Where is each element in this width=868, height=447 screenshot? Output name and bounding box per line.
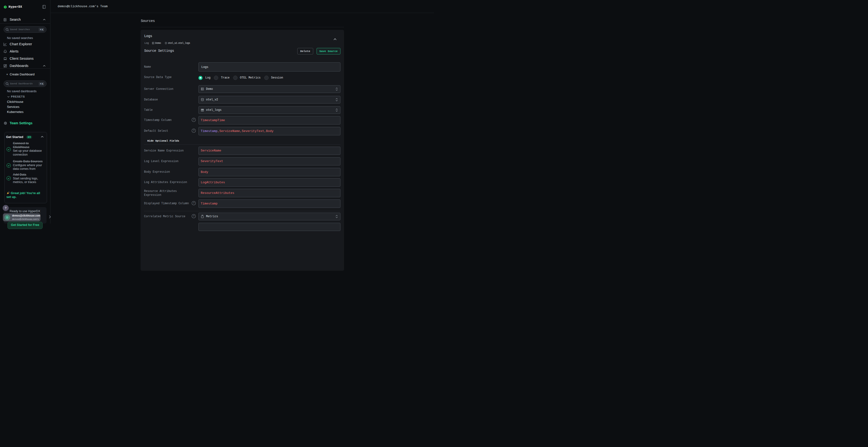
svg-text:?: ? bbox=[193, 202, 194, 204]
svg-text:?: ? bbox=[193, 129, 194, 132]
svg-text:?: ? bbox=[193, 118, 194, 121]
svg-text:?: ? bbox=[193, 215, 194, 217]
